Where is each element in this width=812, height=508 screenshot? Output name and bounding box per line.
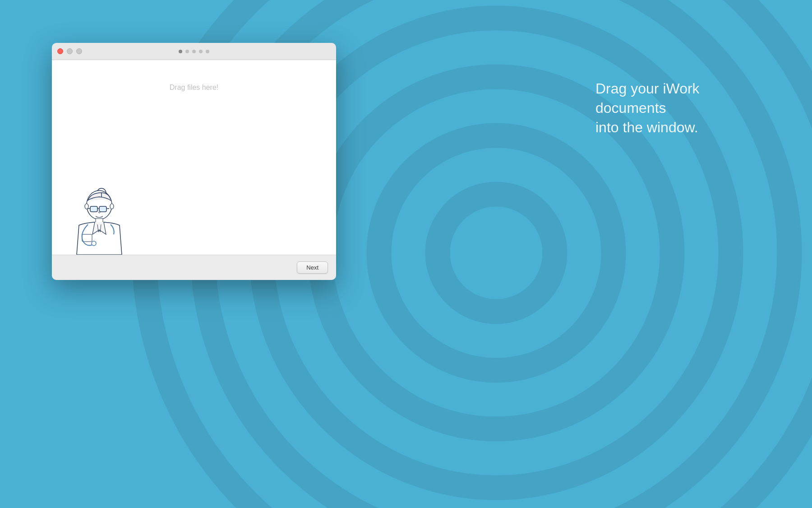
mac-window: Drag files here! [52,43,336,280]
progress-dot-3 [192,50,196,53]
svg-rect-9 [90,206,97,212]
progress-dot-4 [199,50,203,53]
close-button[interactable] [57,48,63,54]
progress-dot-1 [179,50,182,53]
svg-rect-17 [82,234,92,242]
window-titlebar [52,43,336,60]
minimize-button[interactable] [67,48,73,54]
progress-dots [179,50,209,53]
window-footer: Next [52,255,336,280]
svg-point-5 [438,194,555,312]
doctor-illustration [63,176,133,255]
progress-dot-2 [185,50,189,53]
maximize-button[interactable] [76,48,82,54]
instruction-line2: into the window. [595,119,698,135]
svg-point-15 [110,204,114,209]
progress-dot-5 [206,50,209,53]
svg-rect-10 [99,206,106,212]
svg-point-14 [85,204,88,209]
instruction-line1: Drag your iWork documents [595,80,700,116]
instruction-text: Drag your iWork documents into the windo… [595,79,758,138]
svg-point-18 [92,241,96,246]
svg-point-4 [379,135,614,370]
drag-hint-text: Drag files here! [170,84,219,92]
next-button[interactable]: Next [297,261,328,274]
window-content[interactable]: Drag files here! [52,60,336,255]
traffic-lights [57,48,82,54]
